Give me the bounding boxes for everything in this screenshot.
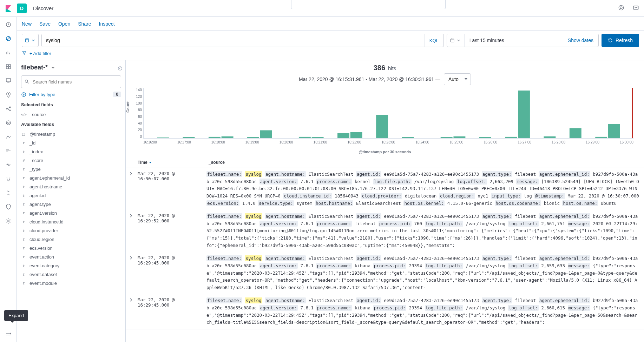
doc-time: Mar 22, 2020 @ 16:30:07.000 — [136, 171, 206, 207]
nav-logs-icon[interactable] — [5, 133, 12, 140]
chevron-down-icon — [51, 65, 55, 70]
svg-rect-18 — [451, 39, 454, 42]
interval-select[interactable]: Auto — [444, 73, 471, 85]
field-item[interactable]: #_score — [21, 156, 121, 165]
field-item[interactable]: t_index — [21, 147, 121, 156]
kql-toggle[interactable]: KQL — [424, 34, 443, 47]
nav-management-icon[interactable] — [5, 217, 12, 224]
nav-discover-icon[interactable] — [5, 35, 12, 42]
add-filter-link[interactable]: + Add filter — [29, 51, 51, 56]
top-header: D Discover — [0, 0, 644, 17]
show-dates-link[interactable]: Show dates — [563, 34, 598, 47]
field-type-icon — [21, 132, 26, 136]
field-item[interactable]: tcloud.region — [21, 235, 121, 244]
svg-rect-5 — [6, 65, 8, 66]
svg-rect-29 — [299, 137, 311, 138]
svg-rect-30 — [312, 137, 324, 138]
field-item[interactable]: tecs.version — [21, 244, 121, 253]
date-quick-select[interactable] — [447, 34, 465, 47]
field-item[interactable]: tevent.module — [21, 279, 121, 288]
share-link[interactable]: Share — [78, 21, 91, 27]
newsfeed-icon[interactable] — [618, 5, 624, 12]
doc-row: Mar 22, 2020 @ 16:29:45.000fileset.name:… — [126, 294, 644, 329]
filter-icon[interactable] — [22, 51, 27, 56]
query-bar: KQL Last 15 minutes Show dates Refresh — [17, 31, 644, 48]
index-pattern-selector[interactable]: filebeat-* — [21, 64, 121, 71]
x-axis-label: @timestamp per 30 seconds — [126, 148, 644, 157]
expand-row-icon[interactable] — [126, 255, 136, 291]
field-item[interactable]: tagent.id — [21, 191, 121, 200]
available-fields-title: Available fields — [21, 122, 121, 127]
nav-dashboard-icon[interactable] — [5, 63, 12, 70]
field-item[interactable]: tagent.type — [21, 200, 121, 209]
inspect-link[interactable]: Inspect — [99, 21, 115, 27]
svg-rect-8 — [8, 67, 10, 69]
svg-point-19 — [118, 67, 122, 71]
refresh-button[interactable]: Refresh — [602, 34, 639, 47]
field-item[interactable]: tagent.hostname — [21, 182, 121, 191]
nav-maps-icon[interactable] — [5, 91, 12, 98]
field-item[interactable]: t_id — [21, 139, 121, 147]
field-item[interactable]: tcloud.instance.id — [21, 217, 121, 226]
saved-query-button[interactable] — [22, 34, 39, 47]
field-item[interactable]: @timestamp — [21, 130, 121, 139]
query-input[interactable] — [42, 34, 424, 47]
save-link[interactable]: Save — [39, 21, 51, 27]
field-item[interactable]: tevent.category — [21, 261, 121, 270]
search-fields-input[interactable] — [21, 75, 121, 88]
mail-icon[interactable] — [633, 5, 639, 12]
field-item[interactable]: tevent.dataset — [21, 270, 121, 279]
nav-uptime-icon[interactable] — [5, 161, 12, 168]
field-item[interactable]: tcloud.provider — [21, 226, 121, 235]
field-item[interactable]: tagent.ephemeral_id — [21, 174, 121, 182]
expand-row-icon[interactable] — [126, 297, 136, 326]
svg-rect-17 — [25, 39, 28, 42]
field-type-icon: t — [21, 176, 26, 180]
nav-monitoring-icon[interactable] — [5, 203, 12, 210]
nav-visualize-icon[interactable] — [5, 49, 12, 56]
doc-row: Mar 22, 2020 @ 16:29:45.000fileset.name:… — [126, 252, 644, 294]
field-item[interactable]: t_type — [21, 165, 121, 174]
collapse-sidebar-icon[interactable] — [118, 65, 123, 73]
date-range-text[interactable]: Last 15 minutes — [465, 34, 563, 47]
nav-devtools-icon[interactable] — [5, 189, 12, 196]
expand-row-icon[interactable] — [126, 171, 136, 207]
sort-desc-icon — [149, 161, 152, 164]
svg-rect-39 — [518, 90, 530, 138]
nav-siem-icon[interactable] — [5, 175, 12, 182]
nav-canvas-icon[interactable] — [5, 77, 12, 84]
fields-sidebar: filebeat-* Filter by type 0 Selected fie… — [17, 60, 126, 342]
svg-point-14 — [7, 122, 9, 124]
field-item[interactable]: tagent.version — [21, 209, 121, 217]
nav-apm-icon[interactable] — [5, 147, 12, 154]
nav-collapse-icon[interactable] — [5, 330, 12, 337]
nav-rail — [0, 17, 17, 342]
field-type-icon: t — [21, 229, 26, 233]
y-axis-label: Count — [126, 101, 130, 113]
doc-source: fileset.name: syslog agent.hostname: Ela… — [206, 213, 644, 249]
field-item[interactable]: tevent.action — [21, 253, 121, 261]
new-link[interactable]: New — [22, 21, 32, 27]
nav-ml-icon[interactable] — [5, 105, 12, 112]
svg-point-13 — [9, 110, 11, 111]
filter-by-type[interactable]: Filter by type 0 — [21, 92, 121, 97]
hits-label: hits — [388, 65, 396, 71]
doc-table-header: Time _source — [126, 157, 644, 168]
open-link[interactable]: Open — [58, 21, 70, 27]
results-pane: 386 hits Mar 22, 2020 @ 16:15:31.961 - M… — [126, 60, 644, 342]
expand-row-icon[interactable] — [126, 213, 136, 249]
nav-recent-icon[interactable] — [5, 21, 12, 28]
filter-icon — [21, 92, 26, 97]
space-badge[interactable]: D — [17, 4, 27, 13]
histogram-chart[interactable]: Count 140120100806040200 16:16:0016:17:0… — [126, 88, 644, 147]
svg-rect-32 — [350, 132, 362, 138]
field-type-icon: t — [21, 202, 26, 206]
kibana-logo-icon[interactable] — [4, 4, 13, 13]
svg-rect-28 — [260, 130, 272, 138]
field-type-icon: t — [21, 246, 26, 250]
nav-metrics-icon[interactable] — [5, 119, 12, 126]
svg-point-15 — [6, 121, 11, 125]
field-item[interactable]: </>_source — [21, 110, 121, 119]
time-column-header[interactable]: Time — [136, 160, 206, 165]
svg-rect-35 — [441, 137, 453, 138]
